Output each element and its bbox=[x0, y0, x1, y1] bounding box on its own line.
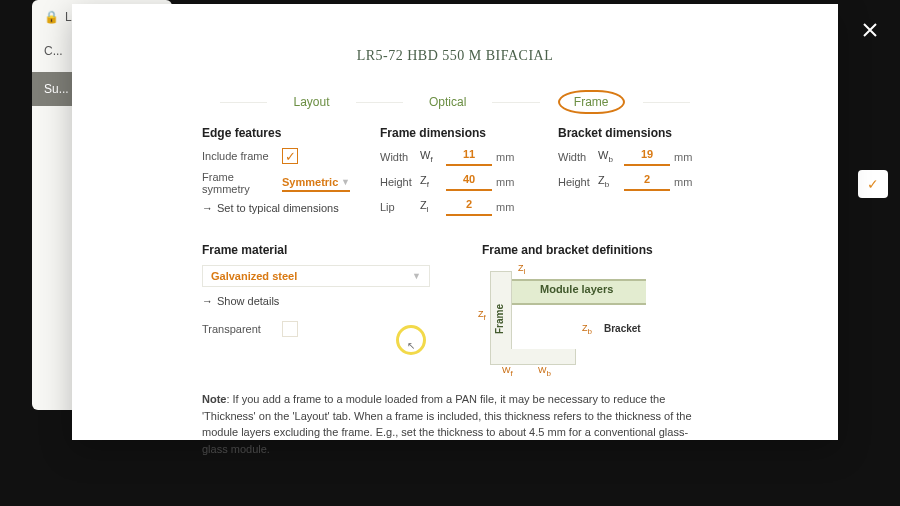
tab-divider bbox=[220, 102, 267, 103]
close-icon bbox=[862, 22, 878, 38]
unit-mm: mm bbox=[674, 151, 700, 163]
input-height[interactable]: 40 bbox=[446, 173, 492, 191]
section-head-edge: Edge features bbox=[202, 126, 352, 140]
diagram-module-label: Module layers bbox=[540, 283, 613, 295]
chevron-down-icon: ▼ bbox=[341, 177, 350, 187]
dim-zb: Zb bbox=[582, 323, 592, 336]
unit-mm: mm bbox=[496, 176, 522, 188]
lock-icon: 🔒 bbox=[44, 10, 59, 24]
tab-divider bbox=[643, 102, 690, 103]
diagram-frame-label: Frame bbox=[494, 304, 505, 334]
sym-wf: Wf bbox=[420, 149, 446, 164]
material-dropdown[interactable]: Galvanized steel ▼ bbox=[202, 265, 430, 287]
unit-mm: mm bbox=[496, 151, 522, 163]
label-transparent: Transparent bbox=[202, 323, 282, 335]
section-bracket-dims: Bracket dimensions Width Wb 19 mm Height… bbox=[558, 126, 708, 223]
label-width: Width bbox=[380, 151, 420, 163]
input-lip[interactable]: 2 bbox=[446, 198, 492, 216]
unit-mm: mm bbox=[496, 201, 522, 213]
section-material: Frame material Galvanized steel ▼ →Show … bbox=[202, 243, 442, 375]
frame-symmetry-dropdown[interactable]: Symmetric ▼ bbox=[282, 174, 350, 192]
input-bheight[interactable]: 2 bbox=[624, 173, 670, 191]
tab-optical[interactable]: Optical bbox=[421, 93, 474, 111]
diagram-frame-foot bbox=[490, 349, 576, 365]
dim-wb: Wb bbox=[538, 365, 551, 378]
dim-zf: Zf bbox=[478, 309, 486, 322]
label-include-frame: Include frame bbox=[202, 150, 282, 162]
label-height: Height bbox=[380, 176, 420, 188]
dim-wf: Wf bbox=[502, 365, 513, 378]
transparent-checkbox[interactable] bbox=[282, 321, 298, 337]
sym-wb: Wb bbox=[598, 149, 624, 164]
input-width[interactable]: 11 bbox=[446, 148, 492, 166]
tab-divider bbox=[356, 102, 403, 103]
note-prefix: Note bbox=[202, 393, 226, 405]
label-lip: Lip bbox=[380, 201, 420, 213]
show-details-link[interactable]: →Show details bbox=[202, 295, 442, 307]
modal-dialog: LR5-72 HBD 550 M BIFACIAL Layout Optical… bbox=[72, 4, 838, 440]
section-head-material: Frame material bbox=[202, 243, 442, 257]
sym-zf: Zf bbox=[420, 174, 446, 189]
diagram-bracket-label: Bracket bbox=[604, 323, 641, 334]
tab-divider bbox=[492, 102, 539, 103]
tab-layout[interactable]: Layout bbox=[285, 93, 337, 111]
bg-side-check: ✓ bbox=[858, 170, 888, 198]
label-bheight: Height bbox=[558, 176, 598, 188]
label-bwidth: Width bbox=[558, 151, 598, 163]
sym-zb: Zb bbox=[598, 174, 624, 189]
section-head-bracket-dims: Bracket dimensions bbox=[558, 126, 708, 140]
section-head-frame-dims: Frame dimensions bbox=[380, 126, 530, 140]
note: Note: If you add a frame to a module loa… bbox=[72, 375, 838, 457]
check-icon: ✓ bbox=[867, 176, 879, 192]
include-frame-checkbox[interactable]: ✓ bbox=[282, 148, 298, 164]
arrow-right-icon: → bbox=[202, 295, 213, 307]
chevron-down-icon: ▼ bbox=[412, 271, 421, 281]
label-frame-symmetry: Frame symmetry bbox=[202, 171, 282, 195]
tab-frame[interactable]: Frame bbox=[558, 90, 625, 114]
unit-mm: mm bbox=[674, 176, 700, 188]
input-bwidth[interactable]: 19 bbox=[624, 148, 670, 166]
modal-title: LR5-72 HBD 550 M BIFACIAL bbox=[72, 4, 838, 64]
section-edge: Edge features Include frame ✓ Frame symm… bbox=[202, 126, 352, 223]
note-body: : If you add a frame to a module loaded … bbox=[202, 393, 692, 455]
section-head-diagram: Frame and bracket definitions bbox=[482, 243, 708, 257]
sym-zl: Zl bbox=[420, 199, 446, 214]
frame-diagram: Module layers Frame Bracket Zl Zf Wf Wb … bbox=[482, 265, 652, 375]
dim-zl: Zl bbox=[518, 263, 525, 276]
close-button[interactable] bbox=[858, 18, 882, 42]
section-diagram: Frame and bracket definitions Module lay… bbox=[482, 243, 708, 375]
tabs: Layout Optical Frame bbox=[72, 64, 838, 120]
arrow-right-icon: → bbox=[202, 202, 213, 214]
section-frame-dims: Frame dimensions Width Wf 11 mm Height Z… bbox=[380, 126, 530, 223]
set-typical-link[interactable]: →Set to typical dimensions bbox=[202, 202, 352, 214]
